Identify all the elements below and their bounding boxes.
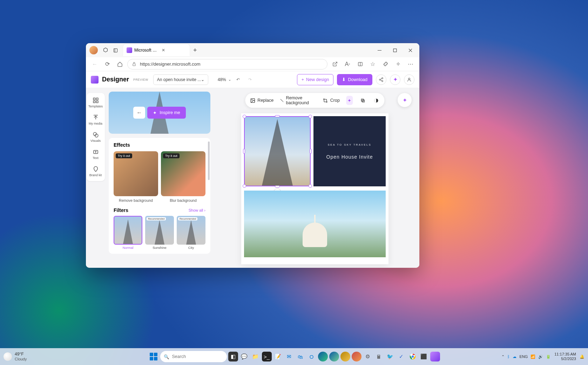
calculator-icon[interactable]: 🖩 (374, 352, 384, 361)
share-button[interactable] (376, 74, 386, 85)
designer-icon[interactable] (430, 352, 440, 361)
tab-actions-icon[interactable] (110, 45, 120, 55)
resize-handle[interactable] (243, 184, 246, 188)
onedrive-icon[interactable]: ☁ (513, 354, 516, 359)
chat-icon[interactable]: 💬 (239, 352, 249, 361)
new-tab-button[interactable]: + (193, 47, 197, 54)
document-dropdown[interactable]: An open house invite ... ⌄ (153, 74, 208, 85)
chevron-down-icon[interactable]: ⌄ (228, 78, 231, 81)
rail-brand-kit[interactable]: Brand kit (87, 165, 104, 178)
powertoys-icon[interactable]: ⬛ (419, 352, 429, 361)
rail-templates[interactable]: Templates (87, 96, 104, 109)
collections-icon[interactable]: ✧ (393, 59, 403, 69)
new-design-button[interactable]: + New design (297, 74, 334, 85)
inspire-me-button[interactable]: ✦ Inspire me (147, 107, 185, 119)
workspaces-icon[interactable] (101, 45, 110, 55)
home-button[interactable] (115, 59, 125, 69)
chrome-icon[interactable] (408, 352, 418, 361)
resize-handle[interactable] (275, 115, 280, 117)
resize-handle[interactable] (309, 184, 312, 188)
svg-rect-0 (114, 48, 117, 52)
start-button[interactable] (148, 351, 159, 362)
mail-icon[interactable]: ✉ (284, 352, 294, 361)
open-external-icon[interactable] (330, 59, 340, 69)
zoom-level[interactable]: 48% (218, 77, 226, 82)
profile-avatar[interactable] (89, 46, 98, 54)
svg-point-26 (252, 99, 252, 100)
twitter-icon[interactable]: 🐦 (385, 352, 395, 361)
task-view-icon[interactable]: ◧ (228, 352, 238, 361)
bluetooth-icon[interactable]: ᛒ (507, 354, 510, 359)
language-indicator[interactable]: ENG (519, 354, 528, 359)
svg-rect-17 (93, 101, 95, 103)
resize-handle[interactable] (310, 149, 312, 154)
notifications-icon[interactable]: 🔔 (580, 354, 584, 359)
effect-remove-background[interactable]: Try it out (114, 151, 158, 196)
extensions-icon[interactable] (380, 59, 391, 69)
url-input[interactable]: https://designer.microsoft.com (127, 59, 327, 69)
redo-button[interactable]: ↷ (245, 75, 255, 85)
canvas-image-2[interactable] (244, 191, 386, 257)
text-block[interactable]: SEA TO SKY TRAVELS Open House Invite (313, 116, 386, 186)
window-minimize-button[interactable] (372, 45, 387, 56)
edge-canary-icon[interactable] (352, 352, 361, 361)
notes-icon[interactable]: 📝 (273, 352, 283, 361)
rail-my-media[interactable]: My media (87, 113, 104, 127)
browser-tab[interactable]: Microsoft Designer - Stunning d ✕ (123, 44, 190, 56)
todo-icon[interactable]: ✓ (397, 352, 406, 361)
refresh-button[interactable]: ⟳ (102, 59, 113, 69)
resize-handle[interactable] (243, 115, 246, 118)
ai-sparkle-button[interactable]: ✦ (390, 74, 400, 85)
replace-button[interactable]: Replace (250, 98, 273, 103)
read-aloud-icon[interactable]: A» (342, 59, 353, 69)
weather-temp: 49°F (15, 352, 27, 357)
account-button[interactable] (404, 74, 414, 85)
layers-button[interactable] (359, 96, 366, 105)
filter-normal[interactable]: Normal (114, 216, 142, 250)
clock[interactable]: 11:17:35 AM 5/2/2023 (554, 352, 576, 361)
design-canvas[interactable]: ↻ SEA TO SKY TRAVELS Open House Invite (241, 113, 388, 264)
magic-edit-button[interactable]: ✦ (346, 96, 353, 105)
resize-handle[interactable] (309, 115, 312, 118)
rail-text[interactable]: Text (87, 147, 104, 161)
show-all-link[interactable]: Show all › (189, 208, 205, 212)
ai-fab-button[interactable]: ✦ (398, 93, 412, 107)
weather-widget[interactable]: 49°F Cloudy (4, 352, 27, 361)
opacity-button[interactable] (373, 96, 380, 105)
hero-back-button[interactable]: ← (133, 107, 145, 119)
outlook-icon[interactable]: O (307, 352, 317, 361)
filter-city[interactable]: Recommended City (177, 216, 205, 250)
tab-close-icon[interactable]: ✕ (162, 48, 186, 53)
effect-blur-background[interactable]: Try it out (161, 151, 205, 196)
volume-icon[interactable]: 🔊 (538, 354, 543, 359)
preview-badge: PREVIEW (133, 78, 148, 81)
resize-handle[interactable] (275, 185, 280, 187)
store-icon[interactable]: 🛍 (296, 352, 305, 361)
edge-beta-icon[interactable] (329, 352, 339, 361)
download-button[interactable]: ⬇ Download (337, 74, 372, 85)
selected-image[interactable]: ↻ (244, 116, 311, 186)
edge-icon[interactable] (318, 352, 328, 361)
back-button[interactable]: ← (89, 59, 100, 69)
menu-icon[interactable]: ⋯ (405, 59, 416, 69)
remove-background-button[interactable]: Remove background (280, 95, 317, 105)
taskbar-search[interactable]: 🔍 Search (160, 351, 227, 362)
rail-visuals[interactable]: Visuals (87, 130, 104, 144)
crop-button[interactable]: Crop (323, 98, 340, 103)
favorite-icon[interactable]: ☆ (367, 59, 378, 69)
filters-title: Filters (114, 207, 128, 213)
explorer-icon[interactable]: 📁 (251, 352, 261, 361)
split-screen-icon[interactable] (355, 59, 365, 69)
window-maximize-button[interactable] (387, 45, 403, 56)
window-close-button[interactable] (403, 45, 418, 56)
tray-chevron-icon[interactable]: ⌃ (501, 354, 505, 359)
filter-sunshine[interactable]: Recommended Sunshine (145, 216, 174, 250)
battery-icon[interactable]: 🔋 (546, 354, 551, 359)
edge-dev-icon[interactable] (340, 352, 350, 361)
resize-handle[interactable] (243, 149, 245, 154)
settings-icon[interactable]: ⚙ (363, 352, 373, 361)
scrollbar-thumb[interactable] (208, 141, 210, 180)
undo-button[interactable]: ↶ (233, 75, 243, 85)
terminal-icon[interactable]: >_ (262, 352, 272, 361)
wifi-icon[interactable]: 📶 (530, 354, 535, 359)
